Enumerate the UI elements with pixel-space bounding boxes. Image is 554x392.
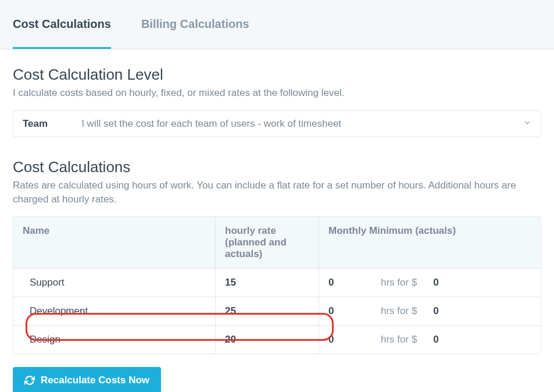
cell-name[interactable]: Development bbox=[13, 297, 216, 325]
tab-cost-calculations[interactable]: Cost Calculations bbox=[13, 0, 111, 49]
recalculate-button-label: Recalculate Costs Now bbox=[41, 375, 149, 386]
table-wrap: Name hourly rate (planned and actuals) M… bbox=[13, 216, 541, 354]
content-area: Cost Calculation Level I calculate costs… bbox=[0, 49, 554, 392]
table-row: Development 25 0 hrs for $ 0 bbox=[13, 297, 541, 326]
tab-billing-calculations[interactable]: Billing Calculations bbox=[141, 0, 249, 49]
table-row: Design 20 0 hrs for $ 0 bbox=[13, 326, 541, 354]
level-select-text: I will set the cost for each team of use… bbox=[81, 118, 523, 130]
th-name: Name bbox=[13, 217, 216, 268]
cell-name[interactable]: Design bbox=[13, 326, 216, 354]
calc-title: Cost Calculations bbox=[13, 158, 541, 176]
rates-table: Name hourly rate (planned and actuals) M… bbox=[13, 216, 541, 354]
min-hours[interactable]: 0 bbox=[328, 277, 339, 288]
level-select-label: Team bbox=[23, 118, 48, 130]
cell-min: 0 hrs for $ 0 bbox=[319, 297, 541, 325]
cell-name[interactable]: Support bbox=[13, 269, 216, 297]
level-desc: I calculate costs based on hourly, fixed… bbox=[13, 86, 541, 100]
cell-rate[interactable]: 25 bbox=[216, 297, 319, 325]
min-label: hrs for $ bbox=[381, 334, 417, 345]
chevron-down-icon bbox=[523, 119, 531, 129]
cell-min: 0 hrs for $ 0 bbox=[319, 326, 541, 354]
tabs-bar: Cost Calculations Billing Calculations bbox=[0, 0, 554, 49]
calc-desc: Rates are calculated using hours of work… bbox=[13, 179, 541, 206]
recalculate-button[interactable]: Recalculate Costs Now bbox=[13, 367, 161, 392]
refresh-icon bbox=[24, 375, 35, 386]
min-cost[interactable]: 0 bbox=[433, 334, 438, 345]
level-select[interactable]: Team I will set the cost for each team o… bbox=[13, 111, 541, 137]
min-cost[interactable]: 0 bbox=[433, 305, 438, 317]
cell-rate[interactable]: 20 bbox=[216, 326, 319, 354]
cell-rate[interactable]: 15 bbox=[216, 269, 319, 297]
table-row: Support 15 0 hrs for $ 0 bbox=[13, 269, 541, 297]
min-label: hrs for $ bbox=[381, 305, 417, 317]
th-rate: hourly rate (planned and actuals) bbox=[216, 217, 319, 268]
min-hours[interactable]: 0 bbox=[328, 305, 339, 317]
min-label: hrs for $ bbox=[381, 277, 417, 288]
min-cost[interactable]: 0 bbox=[433, 277, 438, 288]
th-min: Monthly Minimum (actuals) bbox=[319, 217, 541, 268]
level-title: Cost Calculation Level bbox=[13, 66, 541, 84]
cell-min: 0 hrs for $ 0 bbox=[319, 269, 541, 297]
table-header: Name hourly rate (planned and actuals) M… bbox=[13, 217, 541, 269]
min-hours[interactable]: 0 bbox=[328, 334, 339, 345]
